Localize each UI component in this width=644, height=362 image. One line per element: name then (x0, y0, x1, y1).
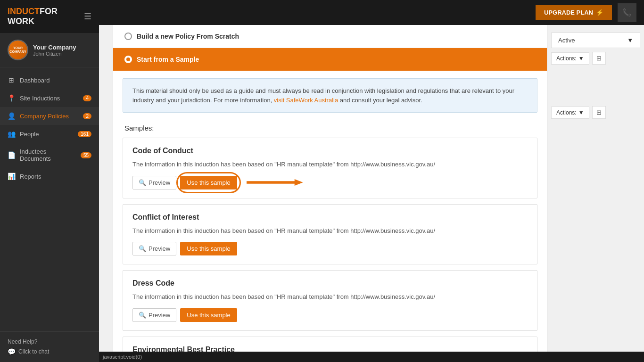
click-to-chat-button[interactable]: 💬 Click to chat (8, 348, 91, 355)
content-area: Build a new Policy From Scratch Start fr… (99, 25, 644, 352)
sample-card-conflict-of-interest: Conflict of Interest The information in … (123, 204, 537, 265)
radio-scratch (124, 33, 132, 40)
people-badge: 161 (78, 131, 91, 137)
chat-icon: 💬 (8, 348, 16, 355)
actions-row-1: Actions: ▼ ⊞ (547, 48, 644, 65)
grid-button-1[interactable]: ⊞ (592, 52, 606, 65)
grid-button-2[interactable]: ⊞ (592, 106, 606, 119)
sample-actions: 🔍 Preview Use this sample (132, 176, 528, 189)
sidebar-item-label: Company Policies (20, 113, 69, 120)
use-sample-button-0[interactable]: Use this sample (180, 176, 237, 189)
sample-desc: The information in this induction has be… (132, 292, 528, 302)
sample-card-inner: Code of Conduct The information in this … (123, 138, 537, 198)
preview-icon: 🔍 (139, 312, 146, 319)
preview-icon: 🔍 (139, 245, 146, 252)
people-icon: 👥 (8, 130, 15, 138)
sample-card-inner: Conflict of Interest The information in … (123, 205, 537, 264)
sidebar: INDUCTFOR WORK ☰ YOURCOMPANY Your Compan… (0, 0, 99, 362)
samples-header: Samples: (113, 120, 547, 138)
sample-actions: 🔍 Preview Use this sample (132, 242, 528, 255)
documents-icon: 📄 (8, 151, 15, 159)
option-start-sample[interactable]: Start from a Sample (113, 48, 547, 71)
info-text2: and consult your legal advisor. (340, 97, 422, 104)
phone-icon-box[interactable]: 📞 (618, 3, 636, 22)
safework-link[interactable]: visit SafeWork Australia (274, 97, 338, 104)
company-section: YOURCOMPANY Your Company John Citizen (0, 33, 99, 67)
dashboard-icon: ⊞ (8, 76, 15, 84)
status-bar: javascript:void(0) (99, 352, 644, 362)
info-box: This material should only be used as a g… (123, 78, 537, 113)
sidebar-item-inductees-documents[interactable]: 📄 Inductees Documents 55 (0, 143, 99, 167)
sidebar-bottom: Need Help? 💬 Click to chat (0, 331, 99, 362)
right-panel: Active ▼ Actions: ▼ ⊞ Actions: ▼ ⊞ (547, 25, 644, 352)
sample-title: Dress Code (132, 279, 528, 288)
arrow-icon (247, 179, 303, 186)
chat-label: Click to chat (18, 348, 49, 355)
actions-button-2[interactable]: Actions: ▼ (551, 107, 589, 119)
sample-title: Environmental Best Practice (132, 346, 528, 352)
sample-card-inner: Dress Code The information in this induc… (123, 271, 537, 330)
sidebar-item-label: Dashboard (20, 77, 50, 84)
sidebar-logo: INDUCTFOR WORK ☰ (0, 0, 99, 33)
chevron-down-icon: ▼ (627, 37, 633, 44)
active-dropdown[interactable]: Active ▼ (551, 33, 640, 48)
option-sample-label: Start from a Sample (137, 56, 199, 63)
sample-title: Code of Conduct (132, 147, 528, 155)
site-inductions-badge: 4 (83, 95, 91, 101)
avatar: YOURCOMPANY (8, 40, 28, 60)
sidebar-item-people[interactable]: 👥 People 161 (0, 125, 99, 143)
sample-card-environmental: Environmental Best Practice The informat… (123, 337, 537, 352)
sample-desc: The information in this induction has be… (132, 160, 528, 169)
radio-sample (124, 56, 132, 63)
upgrade-plan-button[interactable]: UPGRADE PLAN ⚡ (536, 5, 612, 20)
sample-card-dress-code: Dress Code The information in this induc… (123, 270, 537, 331)
left-panel (99, 25, 113, 352)
main-wrapper: UPGRADE PLAN ⚡ 📞 Build a new Policy From… (99, 0, 644, 362)
chevron-down-icon: ▼ (578, 109, 584, 116)
sample-actions: 🔍 Preview Use this sample (132, 308, 528, 322)
preview-icon: 🔍 (139, 179, 146, 186)
sidebar-item-site-inductions[interactable]: 📍 Site Inductions 4 (0, 89, 99, 107)
sidebar-item-label: Reports (20, 173, 41, 180)
preview-button-1[interactable]: 🔍 Preview (132, 242, 176, 255)
policies-icon: 👤 (8, 112, 15, 120)
company-info: Your Company John Citizen (33, 44, 76, 57)
phone-icon: 📞 (622, 8, 632, 17)
reports-icon: 📊 (8, 173, 15, 180)
preview-button-2[interactable]: 🔍 Preview (132, 308, 176, 322)
upgrade-label: UPGRADE PLAN (544, 9, 593, 16)
company-user: John Citizen (33, 51, 76, 57)
option-build-scratch[interactable]: Build a new Policy From Scratch (113, 25, 547, 48)
sidebar-item-dashboard[interactable]: ⊞ Dashboard (0, 71, 99, 89)
use-sample-wrapper-0: Use this sample (180, 176, 237, 189)
sidebar-item-reports[interactable]: 📊 Reports (0, 167, 99, 185)
sample-card-code-of-conduct: Code of Conduct The information in this … (123, 138, 537, 198)
preview-button-0[interactable]: 🔍 Preview (132, 176, 176, 189)
need-help-label: Need Help? (8, 338, 91, 345)
actions-button-1[interactable]: Actions: ▼ (551, 52, 589, 65)
pin-icon: 📍 (8, 94, 15, 102)
active-label: Active (558, 37, 575, 44)
sidebar-item-label: Inductees Documents (20, 148, 76, 162)
sidebar-nav: ⊞ Dashboard 📍 Site Inductions 4 👤 Compan… (0, 67, 99, 331)
logo-text: INDUCTFOR WORK (8, 7, 80, 26)
sidebar-item-label: People (20, 131, 39, 138)
top-bar: UPGRADE PLAN ⚡ 📞 (99, 0, 644, 25)
option-scratch-label: Build a new Policy From Scratch (137, 33, 239, 40)
sidebar-item-company-policies[interactable]: 👤 Company Policies 2 (0, 107, 99, 125)
sidebar-item-label: Site Inductions (20, 95, 60, 102)
use-sample-button-2[interactable]: Use this sample (180, 308, 237, 322)
radio-inner (126, 58, 130, 61)
company-name: Your Company (33, 44, 76, 51)
actions-row-2: Actions: ▼ ⊞ (547, 102, 644, 119)
sample-title: Conflict of Interest (132, 213, 528, 222)
modal-content: Build a new Policy From Scratch Start fr… (113, 25, 547, 352)
hamburger-icon[interactable]: ☰ (84, 11, 91, 22)
inductees-badge: 55 (81, 152, 91, 158)
sample-desc: The information in this induction has be… (132, 226, 528, 236)
modal-area: Build a new Policy From Scratch Start fr… (113, 25, 547, 352)
chevron-down-icon: ▼ (578, 55, 584, 62)
use-sample-button-1[interactable]: Use this sample (180, 242, 237, 255)
upgrade-icon: ⚡ (596, 9, 603, 16)
avatar-inner: YOURCOMPANY (8, 41, 27, 59)
